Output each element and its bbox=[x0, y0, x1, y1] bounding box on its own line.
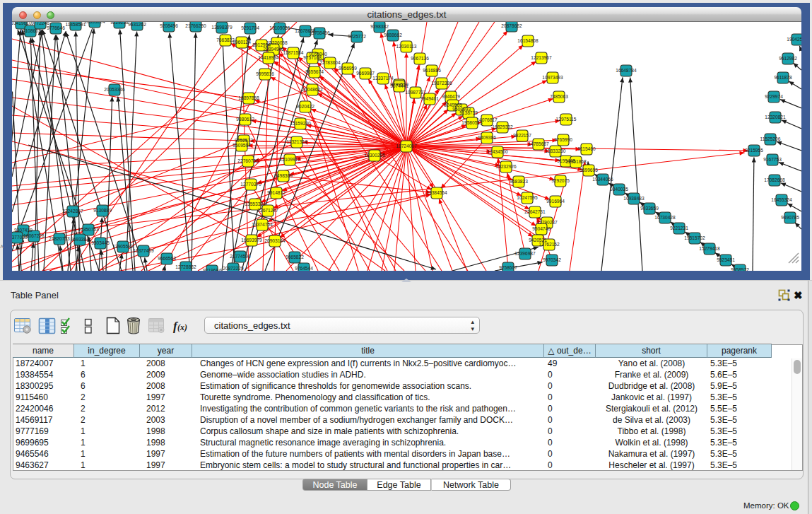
svg-text:16829332: 16829332 bbox=[492, 124, 513, 129]
svg-text:15708456: 15708456 bbox=[309, 30, 330, 35]
svg-text:9757168: 9757168 bbox=[303, 55, 322, 60]
svg-text:(x): (x) bbox=[177, 322, 187, 332]
svg-text:11321324: 11321324 bbox=[287, 139, 307, 144]
svg-text:16648784: 16648784 bbox=[616, 68, 637, 73]
svg-text:7485063: 7485063 bbox=[550, 94, 568, 99]
svg-text:9020422: 9020422 bbox=[296, 104, 314, 109]
svg-text:20872229: 20872229 bbox=[223, 266, 244, 271]
svg-text:19515702: 19515702 bbox=[684, 235, 705, 240]
svg-text:16154808: 16154808 bbox=[517, 38, 539, 43]
svg-text:9291704: 9291704 bbox=[241, 25, 259, 30]
svg-text:18300295: 18300295 bbox=[364, 153, 385, 158]
svg-text:13698379: 13698379 bbox=[211, 25, 233, 30]
svg-text:16067228: 16067228 bbox=[23, 233, 45, 238]
svg-text:9776646: 9776646 bbox=[47, 25, 65, 30]
svg-text:9509597: 9509597 bbox=[233, 143, 251, 148]
svg-text:22242867: 22242867 bbox=[62, 209, 83, 214]
svg-text:22894946: 22894946 bbox=[263, 47, 284, 52]
svg-text:9665822: 9665822 bbox=[286, 255, 304, 259]
svg-text:17434500: 17434500 bbox=[487, 149, 508, 154]
svg-text:12030113: 12030113 bbox=[396, 44, 417, 49]
svg-text:18724007: 18724007 bbox=[396, 144, 417, 148]
svg-text:9523481: 9523481 bbox=[717, 257, 735, 262]
svg-text:9115460: 9115460 bbox=[577, 146, 596, 151]
svg-text:12109911: 12109911 bbox=[280, 157, 300, 162]
svg-text:8960124: 8960124 bbox=[233, 40, 251, 45]
svg-text:19042538: 19042538 bbox=[787, 37, 801, 42]
svg-text:17082668: 17082668 bbox=[764, 177, 785, 182]
svg-text:9683823: 9683823 bbox=[510, 179, 528, 184]
svg-text:10987737: 10987737 bbox=[405, 90, 426, 95]
svg-text:13553384: 13553384 bbox=[245, 201, 266, 206]
svg-text:14418934: 14418934 bbox=[258, 55, 279, 60]
svg-text:9666563: 9666563 bbox=[158, 256, 176, 261]
svg-text:9346479: 9346479 bbox=[442, 94, 460, 99]
svg-text:20053346: 20053346 bbox=[104, 87, 125, 92]
svg-text:15279418: 15279418 bbox=[699, 246, 720, 251]
svg-text:20903144: 20903144 bbox=[264, 238, 286, 243]
svg-text:9303445: 9303445 bbox=[91, 240, 110, 245]
svg-text:9225772: 9225772 bbox=[348, 34, 366, 39]
svg-text:9999816: 9999816 bbox=[256, 71, 274, 76]
svg-text:14076817: 14076817 bbox=[476, 117, 498, 122]
svg-text:11525206: 11525206 bbox=[760, 136, 781, 141]
svg-text:9307419: 9307419 bbox=[14, 228, 33, 233]
svg-text:13337174: 13337174 bbox=[372, 76, 394, 81]
svg-text:9949401: 9949401 bbox=[420, 96, 439, 101]
svg-text:9504740: 9504740 bbox=[532, 226, 551, 231]
svg-text:9229974: 9229974 bbox=[765, 94, 783, 99]
svg-text:11833230: 11833230 bbox=[546, 148, 566, 153]
svg-text:12351868: 12351868 bbox=[565, 159, 587, 164]
svg-text:12975115: 12975115 bbox=[556, 117, 577, 122]
svg-text:22642731: 22642731 bbox=[524, 209, 546, 214]
svg-text:20878682: 20878682 bbox=[501, 23, 522, 28]
svg-text:9074441: 9074441 bbox=[390, 83, 408, 88]
svg-text:11458591: 11458591 bbox=[66, 22, 86, 27]
svg-text:12396987: 12396987 bbox=[514, 251, 536, 256]
svg-text:9970342: 9970342 bbox=[543, 257, 561, 262]
svg-text:9258607: 9258607 bbox=[499, 265, 517, 270]
svg-text:12320821: 12320821 bbox=[765, 115, 786, 119]
svg-text:10419610: 10419610 bbox=[12, 22, 32, 25]
svg-text:21766280: 21766280 bbox=[185, 23, 206, 28]
svg-text:9219684: 9219684 bbox=[203, 268, 221, 271]
svg-text:15226058: 15226058 bbox=[266, 40, 288, 45]
svg-text:15159230: 15159230 bbox=[290, 121, 311, 126]
svg-text:10938483: 10938483 bbox=[623, 196, 645, 201]
svg-text:12762152: 12762152 bbox=[539, 242, 560, 247]
svg-text:9612982: 9612982 bbox=[779, 56, 797, 61]
svg-text:16730428: 16730428 bbox=[654, 215, 676, 220]
svg-text:12213967: 12213967 bbox=[531, 55, 552, 60]
svg-text:9130889: 9130889 bbox=[93, 208, 112, 213]
svg-text:13905582: 13905582 bbox=[112, 244, 134, 249]
svg-text:19872386: 19872386 bbox=[431, 81, 452, 86]
svg-text:19344066: 19344066 bbox=[592, 177, 613, 182]
svg-text:10109031: 10109031 bbox=[269, 25, 290, 30]
svg-text:9221231: 9221231 bbox=[670, 226, 688, 230]
svg-text:19384554: 19384554 bbox=[426, 190, 447, 195]
svg-text:22760786: 22760786 bbox=[237, 158, 259, 163]
svg-text:20048622: 20048622 bbox=[302, 87, 323, 92]
svg-text:9498369: 9498369 bbox=[274, 173, 293, 178]
svg-text:9167753: 9167753 bbox=[763, 157, 782, 162]
svg-text:9916964: 9916964 bbox=[546, 199, 565, 204]
svg-text:16350753: 16350753 bbox=[78, 227, 99, 232]
svg-text:9764544: 9764544 bbox=[295, 266, 313, 271]
svg-text:14785687: 14785687 bbox=[528, 141, 549, 146]
svg-text:9490785: 9490785 bbox=[781, 215, 799, 220]
svg-text:9888662: 9888662 bbox=[384, 33, 402, 37]
svg-text:9655674: 9655674 bbox=[305, 69, 324, 74]
svg-text:9380612: 9380612 bbox=[236, 117, 254, 122]
svg-text:16693979: 16693979 bbox=[241, 238, 262, 243]
svg-text:14108603: 14108603 bbox=[20, 28, 41, 33]
svg-text:16377459: 16377459 bbox=[133, 248, 154, 253]
svg-text:9409386: 9409386 bbox=[478, 135, 496, 140]
svg-text:9398382: 9398382 bbox=[370, 24, 389, 29]
svg-text:9699695: 9699695 bbox=[579, 168, 598, 173]
svg-text:9208496: 9208496 bbox=[160, 23, 178, 28]
svg-text:9292075: 9292075 bbox=[551, 178, 570, 183]
svg-text:13374754: 13374754 bbox=[252, 222, 273, 227]
svg-text:9669987: 9669987 bbox=[356, 71, 375, 76]
svg-text:10973493: 10973493 bbox=[542, 75, 563, 80]
svg-text:18897858: 18897858 bbox=[238, 95, 259, 100]
